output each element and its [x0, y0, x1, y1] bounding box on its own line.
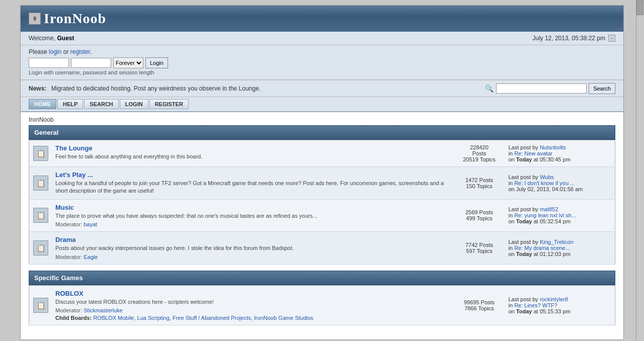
password-input[interactable]: [71, 58, 111, 68]
section-specific-games: Specific Games: [29, 271, 615, 285]
forum-info-cell: ROBLOX Discuss your latest ROBLOX creati…: [52, 285, 454, 325]
login-period: .: [90, 48, 92, 55]
table-row: 📋 Drama Posts about your wacky interpers…: [29, 232, 615, 264]
logo-icon: 9: [29, 13, 41, 25]
forum-icon-cell: 📋: [29, 285, 53, 325]
forum-posts: 99695 Posts: [458, 299, 501, 305]
forum-desc: Looking for a handful of people to join …: [55, 180, 451, 195]
lastpost-thread[interactable]: Re: Lines? WTF?: [514, 302, 557, 308]
child-board-roblox-mobile[interactable]: ROBLOX Mobile: [93, 315, 134, 321]
main-content: General 📋 The Lounge Feel free to talk a…: [21, 125, 623, 339]
moderator-link[interactable]: Eagle: [84, 254, 98, 260]
login-button[interactable]: Login: [145, 57, 168, 68]
forum-posts-label: Posts: [458, 150, 501, 156]
lastpost-thread[interactable]: Re: I don't know if you ...: [514, 180, 575, 186]
news-text: Migrated to dedicated hosting. Post any …: [51, 85, 261, 92]
lastpost-author[interactable]: King_Trelicon: [540, 239, 574, 245]
forum-info-cell: Drama Posts about your wacky interperson…: [52, 232, 454, 264]
lastpost-time: 05:30:45 pm: [540, 156, 571, 162]
child-board-free-stuff[interactable]: Free Stuff / Abandoned Projects: [173, 315, 251, 321]
moderator-link[interactable]: bayat: [84, 221, 97, 227]
username-input[interactable]: [29, 58, 69, 68]
scrollbar-thumb[interactable]: [636, 0, 643, 15]
moderator-link[interactable]: Stickmasterluke: [84, 307, 123, 313]
nav-tab-help[interactable]: HELP: [57, 99, 83, 109]
forum-stats: 7742 Posts 597 Topics: [454, 232, 505, 264]
search-button[interactable]: Search: [589, 83, 615, 94]
forum-topics: 150 Topics: [458, 183, 501, 189]
nav-tabs: HOME HELP SEARCH LOGIN REGISTER: [29, 99, 615, 109]
lastpost-thread[interactable]: Re: yung lean nxt lvl sh...: [514, 212, 576, 218]
forum-posts: 2569 Posts: [458, 209, 501, 215]
search-icon: 🔍: [484, 83, 494, 94]
nav-tab-login[interactable]: LOGIN: [120, 99, 148, 109]
child-board-ironnoob-game-studios[interactable]: IronNoob Game Studios: [254, 315, 313, 321]
lastpost-time: 05:32:54 pm: [540, 218, 571, 224]
lastpost-author[interactable]: Wubs: [540, 174, 554, 180]
forum-icon: 📋: [33, 208, 48, 223]
forum-name-roblox[interactable]: ROBLOX: [55, 290, 84, 297]
forum-name-lets-play[interactable]: Let's Play ...: [55, 171, 93, 179]
login-prompt-text: Please: [29, 48, 47, 55]
forum-info-cell: Let's Play ... Looking for a handful of …: [52, 167, 454, 200]
child-board-lua-scripting[interactable]: Lua Scripting: [137, 315, 170, 321]
minimize-button[interactable]: -: [608, 35, 615, 42]
forum-desc: Posts about your wacky interpersonal iss…: [55, 244, 451, 252]
lastpost-time: 05:15:33 pm: [540, 308, 571, 314]
news-label: News:: [29, 85, 46, 92]
lastpost-time: 04:01:56 am: [552, 186, 583, 192]
forum-lastpost: Last post by King_Trelicon in Re: My dra…: [505, 232, 615, 264]
forum-topics: 20519 Topics: [458, 156, 501, 162]
table-row: 📋 ROBLOX Discuss your latest ROBLOX crea…: [29, 285, 615, 325]
nav-tab-home[interactable]: HOME: [29, 99, 56, 109]
site-header: 9 IronNoob: [21, 6, 623, 32]
table-row: 📋 Music The place to prove what you have…: [29, 199, 615, 231]
lastpost-thread[interactable]: Re: My drama scene...: [514, 245, 570, 251]
forum-topics: 499 Topics: [458, 215, 501, 221]
register-link[interactable]: register: [70, 48, 90, 55]
lastpost-author[interactable]: mat852: [540, 206, 558, 212]
lastpost-date: July 02, 2013,: [516, 186, 551, 192]
login-link[interactable]: login: [49, 48, 61, 55]
welcome-text: Welcome, Guest: [29, 35, 74, 42]
forum-icon-cell: 📋: [29, 167, 53, 200]
breadcrumb: IronNoob: [21, 112, 623, 125]
lastpost-thread[interactable]: Re: New avatar: [514, 150, 552, 156]
forum-icon: 📋: [33, 298, 48, 313]
forum-name-music[interactable]: Music: [55, 204, 74, 211]
forum-name-the-lounge[interactable]: The Lounge: [55, 144, 93, 152]
forum-icon: 📋: [33, 176, 48, 191]
login-form: Forever Login: [29, 57, 615, 68]
forum-moderator: Moderator: bayat: [55, 221, 451, 227]
forum-stats: 1472 Posts 150 Topics: [454, 167, 505, 200]
forum-info-cell: Music The place to prove what you have a…: [52, 199, 454, 231]
news-bar: News: Migrated to dedicated hosting. Pos…: [21, 80, 623, 97]
nav-tab-search[interactable]: SEARCH: [84, 99, 118, 109]
welcome-bar: Welcome, Guest July 12, 2013, 05:38:22 p…: [21, 32, 623, 45]
logo-text: IronNoob: [44, 11, 106, 27]
lastpost-time: 01:12:03 pm: [540, 251, 571, 257]
section-general: General: [29, 125, 615, 140]
login-note: Login with username, password and sessio…: [29, 69, 615, 75]
lastpost-author[interactable]: rockintyler8: [540, 296, 568, 302]
forum-info-cell: The Lounge Feel free to talk about anyth…: [52, 140, 454, 167]
lastpost-date: Today: [516, 156, 532, 162]
forum-icon: 📋: [33, 146, 48, 161]
nav-tab-register[interactable]: REGISTER: [149, 99, 189, 109]
welcome-date: July 12, 2013, 05:38:22 pm: [532, 35, 605, 42]
forum-topics: 7866 Topics: [458, 305, 501, 311]
login-or: or: [63, 48, 70, 55]
login-prompt: Please login or register.: [29, 48, 615, 55]
session-select[interactable]: Forever: [113, 57, 143, 68]
forum-posts: 1472 Posts: [458, 177, 501, 183]
lastpost-date: Today: [516, 308, 532, 314]
scrollbar-track[interactable]: [636, 0, 644, 341]
forum-lastpost: Last post by mat852 in Re: yung lean nxt…: [505, 199, 615, 231]
forum-moderator: Moderator: Stickmasterluke: [55, 307, 451, 313]
lastpost-author[interactable]: Nutsnbolts: [540, 144, 566, 150]
forum-name-drama[interactable]: Drama: [55, 236, 75, 243]
forum-moderator: Moderator: Eagle: [55, 254, 451, 260]
child-boards: Child Boards: ROBLOX Mobile, Lua Scripti…: [55, 315, 451, 321]
search-input[interactable]: [496, 83, 587, 94]
forum-topics: 597 Topics: [458, 248, 501, 254]
